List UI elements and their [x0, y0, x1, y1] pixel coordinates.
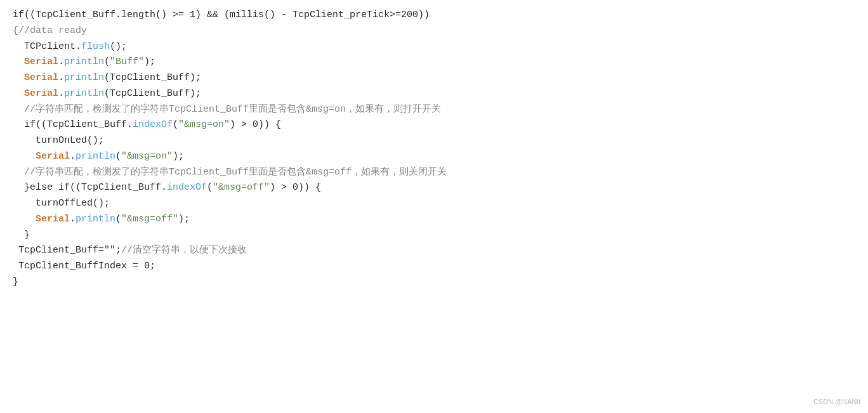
code-segment: println: [64, 88, 104, 99]
code-segment: }: [13, 277, 18, 287]
code-line: Serial.println("&msg=off");: [13, 212, 855, 228]
code-segment: (TcpClient_Buff);: [104, 88, 201, 99]
code-line: TcpClient_Buff="";//清空字符串，以便下次接收: [13, 243, 855, 259]
code-segment: );: [178, 214, 190, 225]
code-segment: indexOf: [167, 182, 207, 193]
code-line: }else if((TcpClient_Buff.indexOf("&msg=o…: [13, 180, 855, 196]
code-segment: //清空字符串，以便下次接收: [121, 245, 247, 256]
code-segment: }: [13, 230, 30, 240]
code-segment: .: [70, 214, 76, 225]
code-line: turnOffLed();: [13, 196, 855, 212]
code-line: Serial.println(TcpClient_Buff);: [13, 86, 855, 102]
code-segment: (: [115, 214, 121, 225]
code-segment: "Buff": [110, 56, 144, 67]
watermark: CSDN @NANit: [813, 397, 860, 408]
code-segment: "&msg=on": [121, 151, 173, 162]
code-line: Serial.println(TcpClient_Buff);: [13, 70, 855, 86]
code-line: }: [13, 228, 855, 244]
code-segment: "&msg=on": [178, 119, 230, 130]
code-segment: println: [64, 56, 104, 67]
code-line: TcpClient_BuffIndex = 0;: [13, 259, 855, 275]
code-segment: [13, 88, 24, 99]
code-line: }: [13, 275, 855, 291]
code-segment: flush: [81, 41, 110, 52]
code-segment: turnOnLed();: [13, 135, 104, 146]
code-segment: if((TcpClient_Buff.: [13, 119, 133, 130]
code-segment: println: [64, 72, 104, 83]
code-segment: (: [207, 182, 213, 193]
code-segment: //字符串匹配，检测发了的字符串TcpClient_Buff里面是否包含&msg…: [13, 104, 441, 115]
code-segment: [13, 151, 36, 162]
code-segment: Serial: [24, 72, 58, 83]
code-segment: "&msg=off": [213, 182, 270, 193]
code-segment: Serial: [36, 214, 70, 225]
code-segment: (: [115, 151, 121, 162]
code-segment: Serial: [36, 151, 70, 162]
code-line: //字符串匹配，检测发了的字符串TcpClient_Buff里面是否包含&msg…: [13, 102, 855, 118]
code-line: {//data ready: [13, 23, 855, 39]
code-segment: [13, 56, 24, 67]
code-segment: //字符串匹配，检测发了的字符串TcpClient_Buff里面是否包含&msg…: [13, 167, 447, 178]
code-segment: println: [76, 151, 115, 162]
code-container: if((TcpClient_Buff.length() >= 1) && (mi…: [0, 0, 868, 413]
code-segment: ();: [110, 41, 127, 52]
code-segment: {//data ready: [13, 25, 87, 36]
code-segment: TcpClient_Buff="";: [13, 245, 121, 256]
code-line: TCPclient.flush();: [13, 39, 855, 55]
code-segment: if((TcpClient_Buff.length() >= 1) && (mi…: [13, 10, 430, 20]
code-segment: .: [70, 151, 76, 162]
code-segment: (TcpClient_Buff);: [104, 72, 201, 83]
code-line: Serial.println("&msg=on");: [13, 149, 855, 165]
code-segment: ) > 0)) {: [230, 119, 281, 130]
code-line: if((TcpClient_Buff.length() >= 1) && (mi…: [13, 8, 855, 23]
code-segment: TCPclient.: [13, 41, 81, 52]
code-segment: [13, 72, 24, 83]
code-segment: indexOf: [133, 119, 173, 130]
code-segment: turnOffLed();: [13, 198, 110, 209]
code-segment: .: [58, 88, 64, 99]
code-line: if((TcpClient_Buff.indexOf("&msg=on") > …: [13, 117, 855, 133]
code-segment: (: [173, 119, 178, 130]
code-segment: );: [173, 151, 184, 162]
code-segment: }else if((TcpClient_Buff.: [13, 182, 167, 193]
code-segment: [13, 214, 36, 225]
code-line: Serial.println("Buff");: [13, 55, 855, 70]
code-segment: TcpClient_BuffIndex = 0;: [13, 261, 155, 272]
code-segment: "&msg=off": [121, 214, 178, 225]
code-segment: );: [144, 56, 155, 67]
code-line: turnOnLed();: [13, 133, 855, 149]
code-segment: Serial: [24, 88, 58, 99]
code-segment: println: [76, 214, 115, 225]
code-segment: Serial: [24, 56, 58, 67]
code-segment: ) > 0)) {: [270, 182, 321, 193]
code-segment: .: [58, 72, 64, 83]
code-segment: .: [58, 56, 64, 67]
code-line: //字符串匹配，检测发了的字符串TcpClient_Buff里面是否包含&msg…: [13, 165, 855, 181]
code-segment: (: [104, 56, 110, 67]
